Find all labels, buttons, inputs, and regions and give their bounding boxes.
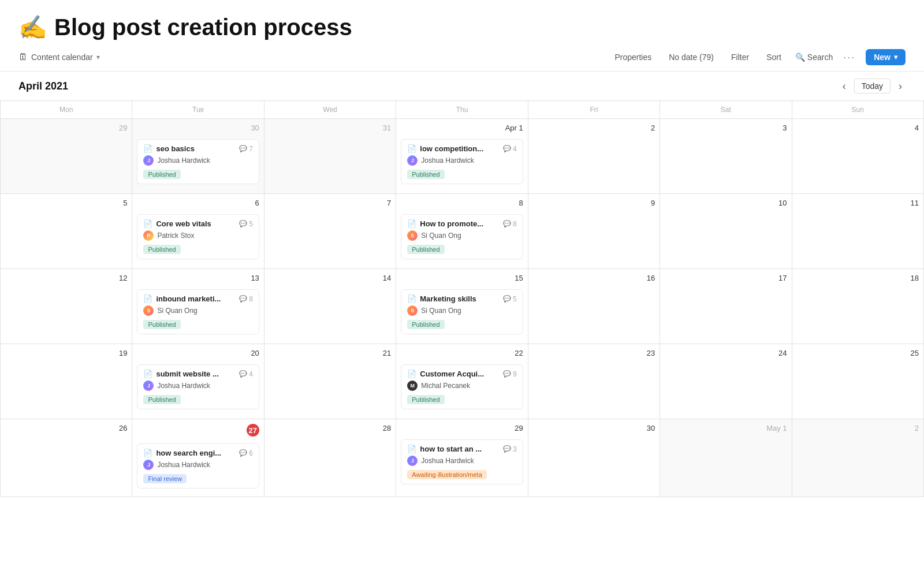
- new-button[interactable]: New ▾: [866, 49, 906, 65]
- week-row-5: 2627📄how search engi...💬6JJoshua Hardwic…: [1, 419, 924, 497]
- calendar-card[interactable]: 📄submit website ...💬4JJoshua HardwickPub…: [137, 364, 259, 409]
- day-number: 2: [915, 424, 919, 432]
- today-button[interactable]: Today: [854, 79, 891, 94]
- comment-number: 8: [249, 295, 253, 303]
- avatar: S: [143, 305, 154, 316]
- comment-icon: 💬: [239, 220, 247, 228]
- week-row-2: 56📄Core web vitals💬5PPatrick StoxPublish…: [1, 194, 924, 269]
- day-cell: 26: [1, 419, 132, 497]
- toolbar-right: Properties No date (79) Filter Sort 🔍 Se…: [611, 49, 906, 65]
- comment-icon: 💬: [239, 449, 247, 457]
- status-badge: Published: [407, 245, 444, 254]
- status-badge: Published: [143, 245, 180, 254]
- calendar-card[interactable]: 📄How to promote...💬8SSi Quan OngPublishe…: [401, 214, 523, 259]
- comment-icon: 💬: [503, 145, 511, 152]
- no-date-button[interactable]: No date (79): [665, 50, 717, 64]
- document-icon: 📄: [143, 449, 152, 457]
- avatar: J: [143, 155, 154, 166]
- day-cell: 21: [264, 344, 396, 419]
- day-number: 12: [119, 274, 127, 282]
- status-badge: Published: [407, 395, 444, 404]
- card-comment-count: 💬4: [239, 370, 253, 378]
- comment-number: 6: [249, 449, 253, 457]
- day-number: 15: [515, 274, 523, 282]
- sort-button[interactable]: Sort: [763, 50, 785, 64]
- author-name: Si Quan Ong: [157, 307, 197, 315]
- day-number: 30: [251, 124, 259, 132]
- calendar-card[interactable]: 📄how to start an ...💬3JJoshua HardwickAw…: [401, 439, 523, 484]
- day-number: 10: [778, 199, 787, 207]
- card-title-text: Customer Acqui...: [420, 370, 484, 378]
- day-number: 2: [651, 124, 655, 132]
- author-name: Michal Pecanek: [421, 382, 470, 390]
- day-number: 19: [119, 349, 127, 357]
- day-cell: 6📄Core web vitals💬5PPatrick StoxPublishe…: [132, 194, 264, 269]
- comment-number: 3: [513, 445, 517, 453]
- day-cell: 5: [1, 194, 132, 269]
- search-label: Search: [807, 53, 833, 62]
- day-cell: 2: [792, 419, 924, 497]
- status-badge: Published: [143, 320, 180, 329]
- card-author: JJoshua Hardwick: [407, 456, 516, 466]
- day-number: May 1: [766, 424, 787, 432]
- comment-number: 5: [249, 220, 253, 228]
- view-selector[interactable]: 🗓 Content calendar ▾: [18, 52, 100, 62]
- prev-month-button[interactable]: ‹: [839, 79, 850, 94]
- week-row-1: 2930📄seo basics💬7JJoshua HardwickPublish…: [1, 119, 924, 194]
- day-cell: 25: [792, 344, 924, 419]
- next-month-button[interactable]: ›: [895, 79, 906, 94]
- comment-icon: 💬: [503, 220, 511, 228]
- document-icon: 📄: [407, 294, 416, 303]
- day-number: 26: [119, 424, 127, 432]
- properties-button[interactable]: Properties: [611, 50, 655, 64]
- day-cell: 24: [660, 344, 792, 419]
- calendar-card[interactable]: 📄Customer Acqui...💬9MMichal PecanekPubli…: [401, 364, 523, 409]
- day-cell: 19: [1, 344, 132, 419]
- day-cell: 18: [792, 269, 924, 344]
- day-cell: 20📄submit website ...💬4JJoshua HardwickP…: [132, 344, 264, 419]
- card-title-text: low competition...: [420, 144, 483, 153]
- calendar-card[interactable]: 📄Core web vitals💬5PPatrick StoxPublished: [137, 214, 259, 259]
- calendar-card[interactable]: 📄inbound marketi...💬8SSi Quan OngPublish…: [137, 289, 259, 334]
- avatar: J: [143, 460, 154, 470]
- author-name: Joshua Hardwick: [421, 457, 474, 465]
- day-cell: 13📄inbound marketi...💬8SSi Quan OngPubli…: [132, 269, 264, 344]
- avatar: J: [407, 155, 418, 166]
- day-header-sun: Sun: [792, 101, 924, 119]
- day-number: 4: [915, 124, 919, 132]
- avatar: J: [143, 381, 154, 391]
- author-name: Joshua Hardwick: [421, 156, 474, 165]
- search-icon: 🔍: [795, 53, 805, 62]
- avatar: J: [407, 456, 418, 466]
- card-comment-count: 💬8: [503, 220, 517, 228]
- search-button[interactable]: 🔍 Search: [795, 53, 833, 62]
- calendar-card[interactable]: 📄how search engi...💬6JJoshua HardwickFin…: [137, 443, 259, 488]
- card-author: JJoshua Hardwick: [143, 155, 252, 166]
- document-icon: 📄: [407, 370, 416, 378]
- filter-button[interactable]: Filter: [728, 50, 752, 64]
- day-headers-row: MonTueWedThuFriSatSun: [1, 101, 924, 119]
- calendar-card[interactable]: 📄Marketing skills💬5SSi Quan OngPublished: [401, 289, 523, 334]
- card-comment-count: 💬9: [503, 370, 517, 378]
- more-options-button[interactable]: ···: [843, 51, 855, 64]
- author-name: Joshua Hardwick: [157, 461, 210, 469]
- day-number-today: 27: [247, 424, 259, 437]
- status-badge: Final review: [143, 474, 187, 483]
- day-cell: 23: [528, 344, 660, 419]
- page: ✍️ Blog post creation process 🗓 Content …: [0, 0, 924, 578]
- day-number: 29: [515, 424, 523, 432]
- card-comment-count: 💬7: [239, 145, 253, 153]
- day-cell: May 1: [660, 419, 792, 497]
- day-cell: 27📄how search engi...💬6JJoshua HardwickF…: [132, 419, 264, 497]
- calendar-card[interactable]: 📄seo basics💬7JJoshua HardwickPublished: [137, 139, 259, 184]
- card-comment-count: 💬3: [503, 445, 517, 453]
- day-header-tue: Tue: [132, 101, 264, 119]
- day-number: 21: [383, 349, 391, 357]
- month-title: April 2021: [18, 80, 68, 92]
- avatar: S: [407, 305, 418, 316]
- day-number: 3: [783, 124, 787, 132]
- calendar-card[interactable]: 📄low competition...💬4JJoshua HardwickPub…: [401, 139, 523, 184]
- calendar-icon: 🗓: [18, 52, 28, 62]
- day-number: 24: [778, 349, 787, 357]
- day-cell: 14: [264, 269, 396, 344]
